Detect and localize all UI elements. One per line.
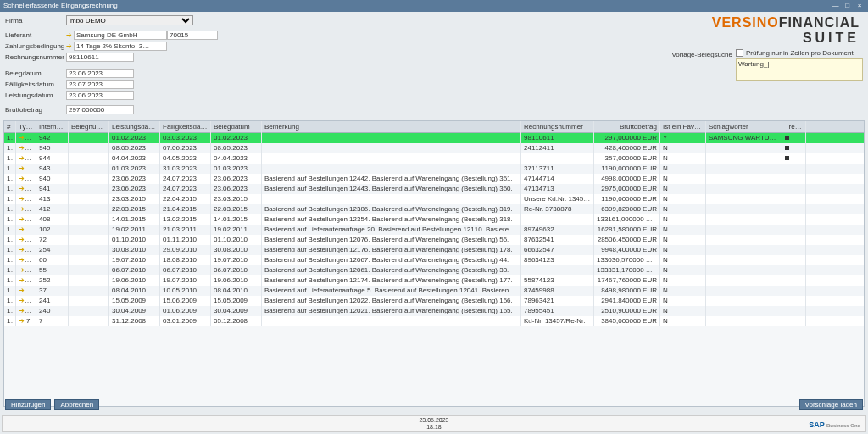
lieferant-value[interactable]: Samsung DE GmbH: [74, 31, 167, 40]
search-label: Vorlage-Belegsuche: [671, 49, 732, 58]
faellig-value[interactable]: 23.07.2023: [66, 80, 134, 89]
col-int[interactable]: Internal n…: [36, 121, 69, 133]
faellig-label: Fälligkeitsdatum: [5, 81, 66, 88]
per-doc-label: Prüfung nur in Zeilen pro Dokument: [746, 49, 854, 57]
rnr-value[interactable]: 98110611: [66, 53, 134, 62]
col-type[interactable]: Type: [16, 121, 36, 133]
leistung-value[interactable]: 23.06.2023: [66, 91, 134, 100]
col-bb[interactable]: Bruttobetrag: [594, 121, 660, 133]
table-row[interactable]: 18➔41141222.03.201521.04.201522.03.2015B…: [4, 204, 864, 214]
per-doc-checkbox[interactable]: [736, 49, 743, 57]
col-beleg[interactable]: Belegnummer: [69, 121, 109, 133]
rnr-label: Rechnungsnummer: [5, 53, 66, 61]
col-tags[interactable]: Schlagwörter: [706, 121, 782, 133]
status-date: 23.06.2023: [419, 417, 448, 424]
add-button[interactable]: Hinzufügen: [5, 399, 51, 410]
minimize-icon[interactable]: —: [831, 0, 841, 12]
table-row[interactable]: 18➔25225219.06.201019.07.201019.06.2010B…: [4, 275, 864, 286]
table-row[interactable]: 18➔57894508.05.202307.06.202308.05.20232…: [4, 143, 864, 153]
link-arrow-icon[interactable]: ➔: [66, 42, 72, 50]
zb-value[interactable]: 14 Tage 2% Skonto, 3…: [74, 42, 167, 51]
table-row[interactable]: 18➔7731.12.200803.01.200905.12.2008Kd-Nr…: [4, 316, 864, 326]
table-row[interactable]: 18➔24024030.04.200901.06.200930.04.2009B…: [4, 306, 864, 316]
belegdatum-value[interactable]: 23.06.2023: [66, 69, 134, 78]
results-grid: # Type Internal n… Belegnummer Leistungs…: [3, 120, 865, 407]
col-fav[interactable]: Ist ein Favorit: [660, 121, 706, 133]
table-row[interactable]: 18➔555506.07.201006.07.201006.07.2010Bas…: [4, 265, 864, 275]
brutto-label: Bruttobetrag: [5, 106, 66, 114]
table-row[interactable]: 18➔25325430.08.201029.09.201030.08.2010B…: [4, 245, 864, 255]
brutto-value[interactable]: 297,000000: [66, 105, 134, 114]
col-bem[interactable]: Bemerkung: [262, 121, 521, 133]
table-row[interactable]: 18➔40740814.01.201513.02.201514.01.2015B…: [4, 214, 864, 225]
col-tr[interactable]: Treffer: [782, 121, 806, 133]
table-row[interactable]: 18➔717201.10.201001.11.201001.10.2010Bas…: [4, 235, 864, 245]
belegdatum-label: Belegdatum: [5, 70, 66, 77]
window-titlebar: Schnellerfassende Eingangsrechnung — □ ×: [0, 0, 868, 12]
table-row[interactable]: 18➔10210219.02.201121.03.201119.02.2011B…: [4, 225, 864, 235]
load-suggestions-button[interactable]: Vorschläge laden: [799, 399, 863, 410]
sap-logo: SAP Business One: [809, 420, 860, 429]
maximize-icon[interactable]: □: [843, 0, 853, 12]
col-num[interactable]: #: [4, 121, 16, 133]
table-row[interactable]: 18➔41241323.03.201522.04.201523.03.2015U…: [4, 194, 864, 204]
link-arrow-icon[interactable]: ➔: [66, 31, 72, 39]
leistung-label: Leistungsdatum: [5, 92, 66, 99]
col-bd[interactable]: Belegdatum: [211, 121, 262, 133]
window-controls: — □ ×: [831, 0, 865, 12]
table-row[interactable]: 18➔373708.04.201010.05.201008.04.2010Bas…: [4, 286, 864, 296]
status-bar: 23.06.2023 18:18 SAP Business One: [2, 415, 866, 432]
status-time: 18:18: [419, 424, 448, 431]
lieferant-code[interactable]: 70015: [167, 31, 218, 40]
close-icon[interactable]: ×: [854, 0, 865, 12]
table-row[interactable]: 18➔57294023.06.202324.07.202323.06.2023B…: [4, 174, 864, 184]
lieferant-label: Lieferant: [5, 31, 66, 39]
brand-logo: VERSINOFINANCIAL SUITE: [712, 15, 860, 46]
table-row[interactable]: 18➔24124115.05.200915.06.200915.05.2009B…: [4, 296, 864, 306]
grid-header: # Type Internal n… Belegnummer Leistungs…: [4, 121, 864, 133]
table-row[interactable]: 18➔57394123.06.202324.07.202323.06.2023B…: [4, 184, 864, 194]
col-rnr[interactable]: Rechnungsnummer: [521, 121, 594, 133]
table-row[interactable]: 18➔57694301.03.202331.03.202301.03.20233…: [4, 164, 864, 174]
firma-label: Firma: [5, 17, 66, 25]
firma-select[interactable]: mbo DEMO: [66, 15, 193, 25]
cancel-button[interactable]: Abbrechen: [54, 399, 99, 410]
window-title: Schnellerfassende Eingangsrechnung: [3, 0, 118, 12]
col-fd[interactable]: Fälligkeitsdatum: [160, 121, 211, 133]
table-row[interactable]: 18➔57594201.02.202303.03.202301.02.20239…: [4, 133, 864, 143]
table-row[interactable]: 18➔57794404.04.202304.05.202304.04.20233…: [4, 153, 864, 164]
table-row[interactable]: 18➔606019.07.201018.08.201019.07.2010Bas…: [4, 255, 864, 265]
search-input[interactable]: Wartung_|: [736, 58, 863, 81]
zb-label: Zahlungsbedingung: [5, 42, 66, 50]
col-ld[interactable]: Leistungsdatum: [109, 121, 160, 133]
